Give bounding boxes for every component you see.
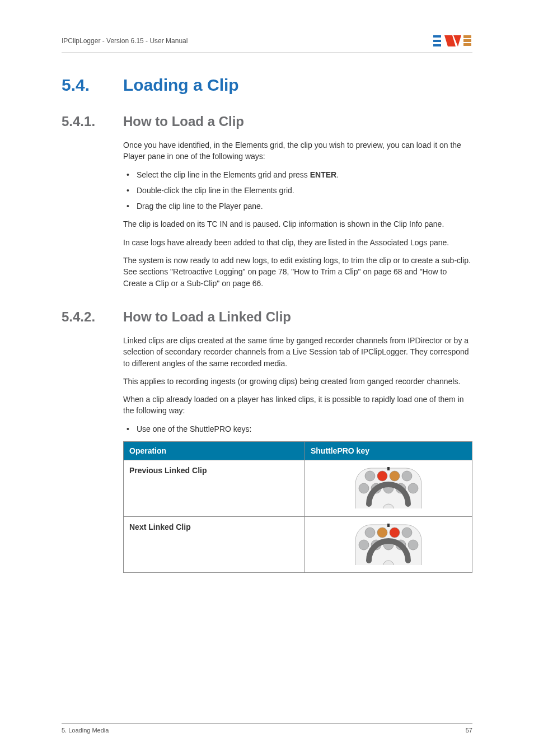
doc-title: IPClipLogger - Version 6.15 - User Manua…	[62, 37, 188, 45]
svg-rect-23	[387, 524, 390, 527]
svg-rect-2	[433, 44, 441, 46]
bullet-list: Use one of the ShuttlePRO keys:	[123, 423, 472, 435]
svg-rect-6	[463, 39, 471, 42]
section-5-4-2: 5.4.2. How to Load a Linked Clip	[62, 309, 472, 325]
bullet-list: Select the clip line in the Elements gri…	[123, 169, 472, 212]
paragraph: The system is now ready to add new logs,…	[123, 255, 472, 289]
paragraph: In case logs have already been added to …	[123, 237, 472, 248]
table-header: Operation	[124, 442, 305, 460]
header-divider	[62, 53, 472, 53]
operation-cell: Previous Linked Clip	[124, 460, 305, 516]
paragraph: When a clip already loaded on a player h…	[123, 394, 472, 417]
subsection-title: How to Load a Clip	[123, 114, 244, 129]
svg-point-32	[408, 540, 418, 550]
section-number: 5.4.	[62, 76, 105, 95]
shuttlepro-table: Operation ShuttlePRO key Previous Linked…	[123, 441, 472, 573]
svg-point-14	[402, 471, 412, 481]
svg-rect-1	[433, 40, 441, 42]
shuttlepro-icon	[350, 521, 427, 568]
paragraph: Once you have identified, in the Element…	[123, 139, 472, 162]
evs-logo-icon	[433, 34, 472, 48]
paragraph: This applies to recording ingests (or gr…	[123, 376, 472, 387]
subsection-number: 5.4.2.	[62, 309, 105, 325]
shuttlepro-key-cell	[305, 460, 472, 516]
svg-rect-7	[463, 43, 471, 46]
table-row: Previous Linked Clip	[124, 460, 472, 516]
subsection-number: 5.4.1.	[62, 114, 105, 129]
svg-rect-5	[463, 35, 471, 38]
page-header: IPClipLogger - Version 6.15 - User Manua…	[62, 34, 472, 48]
svg-rect-10	[387, 467, 390, 470]
svg-point-11	[365, 471, 375, 481]
table-row: Next Linked Clip	[124, 516, 472, 572]
section-5-4: 5.4. Loading a Clip	[62, 76, 472, 95]
section-5-4-1-body: Once you have identified, in the Element…	[123, 139, 472, 289]
svg-point-24	[365, 528, 375, 538]
evs-logo	[433, 34, 472, 48]
shuttlepro-key-cell	[305, 516, 472, 572]
svg-point-13	[390, 471, 400, 481]
svg-point-15	[359, 483, 369, 493]
svg-point-12	[377, 471, 387, 481]
list-item-text: .	[336, 170, 339, 179]
paragraph: Linked clips are clips created at the sa…	[123, 335, 472, 369]
svg-point-25	[377, 528, 387, 538]
key-name: ENTER	[310, 170, 336, 179]
list-item: Use one of the ShuttlePRO keys:	[123, 423, 472, 435]
subsection-title: How to Load a Linked Clip	[123, 309, 291, 325]
table-header-row: Operation ShuttlePRO key	[124, 442, 472, 460]
svg-point-28	[359, 540, 369, 550]
svg-point-19	[408, 483, 418, 493]
footer-left: 5. Loading Media	[62, 727, 109, 734]
list-item-text: Select the clip line in the Elements gri…	[137, 170, 310, 179]
paragraph: The clip is loaded on its TC IN and is p…	[123, 218, 472, 230]
svg-point-26	[390, 528, 400, 538]
list-item: Select the clip line in the Elements gri…	[123, 169, 472, 180]
shuttlepro-icon	[350, 465, 427, 511]
section-5-4-1: 5.4.1. How to Load a Clip	[62, 114, 472, 129]
operation-cell: Next Linked Clip	[124, 516, 305, 572]
page-footer: 5. Loading Media 57	[62, 723, 472, 734]
footer-right: 57	[466, 727, 472, 734]
section-5-4-2-body: Linked clips are clips created at the sa…	[123, 335, 472, 573]
list-item: Double-click the clip line in the Elemen…	[123, 185, 472, 196]
section-title: Loading a Clip	[123, 76, 239, 95]
svg-point-27	[402, 528, 412, 538]
list-item: Drag the clip line to the Player pane.	[123, 200, 472, 212]
svg-marker-3	[444, 35, 456, 46]
svg-rect-0	[433, 35, 441, 38]
table-header: ShuttlePRO key	[305, 442, 472, 460]
